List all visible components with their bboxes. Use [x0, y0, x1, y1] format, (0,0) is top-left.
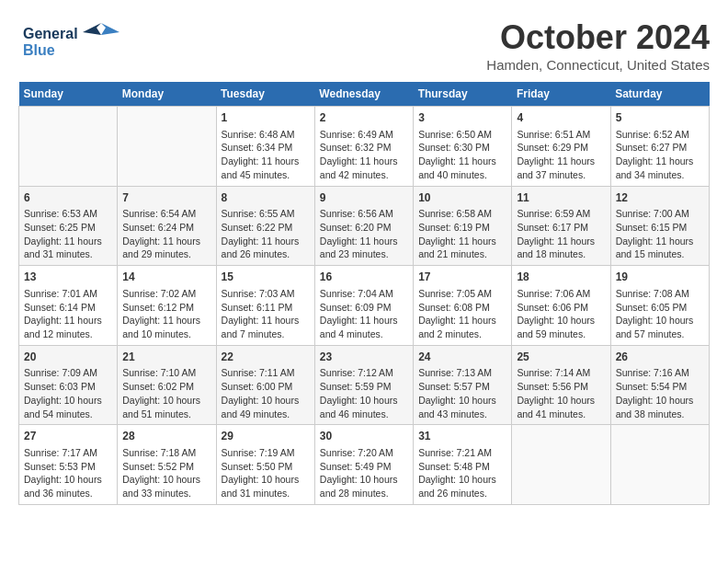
- day-number: 18: [517, 270, 605, 285]
- calendar-day-header: Thursday: [414, 82, 512, 107]
- day-info: Sunrise: 7:09 AMSunset: 6:03 PMDaylight:…: [24, 366, 112, 420]
- calendar-day-cell: [610, 425, 709, 505]
- day-number: 11: [517, 190, 605, 206]
- day-info: Sunrise: 6:48 AMSunset: 6:34 PMDaylight:…: [222, 128, 310, 182]
- day-number: 25: [517, 350, 605, 365]
- day-info: Sunrise: 7:00 AMSunset: 6:15 PMDaylight:…: [616, 207, 704, 261]
- day-number: 1: [222, 110, 310, 126]
- calendar-day-header: Sunday: [19, 82, 118, 107]
- calendar-day-cell: 6Sunrise: 6:53 AMSunset: 6:25 PMDaylight…: [19, 186, 118, 266]
- calendar-day-cell: 31Sunrise: 7:21 AMSunset: 5:48 PMDayligh…: [414, 425, 512, 505]
- calendar-day-header: Saturday: [610, 82, 709, 107]
- logo: General Blue: [18, 18, 119, 64]
- calendar-day-cell: [19, 107, 118, 187]
- svg-marker-2: [101, 23, 119, 35]
- day-number: 6: [24, 190, 112, 206]
- calendar-table: SundayMondayTuesdayWednesdayThursdayFrid…: [18, 82, 710, 505]
- svg-text:Blue: Blue: [23, 42, 55, 58]
- calendar-day-cell: 2Sunrise: 6:49 AMSunset: 6:32 PMDaylight…: [314, 107, 413, 187]
- day-info: Sunrise: 7:01 AMSunset: 6:14 PMDaylight:…: [24, 287, 112, 341]
- calendar-day-cell: 25Sunrise: 7:14 AMSunset: 5:56 PMDayligh…: [512, 345, 610, 425]
- day-number: 17: [418, 270, 506, 285]
- day-number: 20: [24, 350, 112, 365]
- day-number: 5: [616, 110, 704, 126]
- calendar-day-cell: 3Sunrise: 6:50 AMSunset: 6:30 PMDaylight…: [414, 107, 512, 187]
- page-header: General Blue October 2024 Hamden, Connec…: [18, 18, 710, 73]
- calendar-day-cell: 20Sunrise: 7:09 AMSunset: 6:03 PMDayligh…: [19, 345, 118, 425]
- day-info: Sunrise: 7:13 AMSunset: 5:57 PMDaylight:…: [418, 366, 506, 420]
- day-number: 16: [320, 270, 408, 285]
- calendar-day-header: Tuesday: [216, 82, 314, 107]
- day-number: 19: [616, 270, 704, 285]
- svg-marker-3: [83, 23, 101, 35]
- calendar-day-cell: 21Sunrise: 7:10 AMSunset: 6:02 PMDayligh…: [118, 345, 216, 425]
- day-number: 27: [24, 429, 112, 444]
- day-info: Sunrise: 7:03 AMSunset: 6:11 PMDaylight:…: [222, 287, 310, 341]
- day-info: Sunrise: 6:56 AMSunset: 6:20 PMDaylight:…: [320, 207, 408, 261]
- calendar-header-row: SundayMondayTuesdayWednesdayThursdayFrid…: [19, 82, 710, 107]
- calendar-week-row: 6Sunrise: 6:53 AMSunset: 6:25 PMDaylight…: [19, 186, 710, 266]
- day-info: Sunrise: 6:55 AMSunset: 6:22 PMDaylight:…: [222, 207, 310, 261]
- day-info: Sunrise: 7:20 AMSunset: 5:49 PMDaylight:…: [320, 446, 408, 500]
- calendar-day-cell: 8Sunrise: 6:55 AMSunset: 6:22 PMDaylight…: [216, 186, 314, 266]
- calendar-day-cell: 18Sunrise: 7:06 AMSunset: 6:06 PMDayligh…: [512, 266, 610, 346]
- day-number: 2: [320, 110, 408, 126]
- calendar-day-cell: 15Sunrise: 7:03 AMSunset: 6:11 PMDayligh…: [216, 266, 314, 346]
- day-number: 24: [418, 350, 506, 365]
- day-number: 13: [24, 270, 112, 285]
- day-number: 7: [122, 190, 210, 206]
- calendar-day-cell: 28Sunrise: 7:18 AMSunset: 5:52 PMDayligh…: [118, 425, 216, 505]
- day-info: Sunrise: 7:14 AMSunset: 5:56 PMDaylight:…: [517, 366, 605, 420]
- calendar-day-header: Monday: [118, 82, 216, 107]
- day-number: 3: [418, 110, 506, 126]
- calendar-day-cell: 16Sunrise: 7:04 AMSunset: 6:09 PMDayligh…: [314, 266, 413, 346]
- day-number: 10: [418, 190, 506, 206]
- calendar-day-cell: 22Sunrise: 7:11 AMSunset: 6:00 PMDayligh…: [216, 345, 314, 425]
- day-number: 4: [517, 110, 605, 126]
- day-info: Sunrise: 7:12 AMSunset: 5:59 PMDaylight:…: [320, 366, 408, 420]
- calendar-day-cell: 1Sunrise: 6:48 AMSunset: 6:34 PMDaylight…: [216, 107, 314, 187]
- month-title: October 2024: [486, 18, 710, 57]
- day-info: Sunrise: 6:50 AMSunset: 6:30 PMDaylight:…: [418, 128, 506, 182]
- day-info: Sunrise: 7:04 AMSunset: 6:09 PMDaylight:…: [320, 287, 408, 341]
- calendar-day-cell: 4Sunrise: 6:51 AMSunset: 6:29 PMDaylight…: [512, 107, 610, 187]
- calendar-day-cell: 30Sunrise: 7:20 AMSunset: 5:49 PMDayligh…: [314, 425, 413, 505]
- calendar-day-cell: 29Sunrise: 7:19 AMSunset: 5:50 PMDayligh…: [216, 425, 314, 505]
- day-number: 14: [122, 270, 210, 285]
- day-info: Sunrise: 7:06 AMSunset: 6:06 PMDaylight:…: [517, 287, 605, 341]
- calendar-day-cell: 26Sunrise: 7:16 AMSunset: 5:54 PMDayligh…: [610, 345, 709, 425]
- day-info: Sunrise: 7:17 AMSunset: 5:53 PMDaylight:…: [24, 446, 112, 500]
- calendar-day-cell: 27Sunrise: 7:17 AMSunset: 5:53 PMDayligh…: [19, 425, 118, 505]
- day-number: 21: [122, 350, 210, 365]
- calendar-day-header: Wednesday: [314, 82, 413, 107]
- svg-text:General: General: [23, 26, 78, 41]
- day-number: 28: [122, 429, 210, 444]
- day-info: Sunrise: 7:08 AMSunset: 6:05 PMDaylight:…: [616, 287, 704, 341]
- day-info: Sunrise: 6:49 AMSunset: 6:32 PMDaylight:…: [320, 128, 408, 182]
- calendar-day-cell: [512, 425, 610, 505]
- location: Hamden, Connecticut, United States: [486, 57, 710, 73]
- day-info: Sunrise: 6:59 AMSunset: 6:17 PMDaylight:…: [517, 207, 605, 261]
- day-info: Sunrise: 7:18 AMSunset: 5:52 PMDaylight:…: [122, 446, 210, 500]
- calendar-week-row: 27Sunrise: 7:17 AMSunset: 5:53 PMDayligh…: [19, 425, 710, 505]
- calendar-day-header: Friday: [512, 82, 610, 107]
- day-number: 29: [222, 429, 310, 444]
- day-info: Sunrise: 7:11 AMSunset: 6:00 PMDaylight:…: [222, 366, 310, 420]
- day-number: 30: [320, 429, 408, 444]
- day-number: 26: [616, 350, 704, 365]
- calendar-day-cell: 7Sunrise: 6:54 AMSunset: 6:24 PMDaylight…: [118, 186, 216, 266]
- calendar-day-cell: 17Sunrise: 7:05 AMSunset: 6:08 PMDayligh…: [414, 266, 512, 346]
- day-info: Sunrise: 7:10 AMSunset: 6:02 PMDaylight:…: [122, 366, 210, 420]
- day-info: Sunrise: 6:51 AMSunset: 6:29 PMDaylight:…: [517, 128, 605, 182]
- day-number: 15: [222, 270, 310, 285]
- day-info: Sunrise: 6:54 AMSunset: 6:24 PMDaylight:…: [122, 207, 210, 261]
- calendar-day-cell: 24Sunrise: 7:13 AMSunset: 5:57 PMDayligh…: [414, 345, 512, 425]
- day-info: Sunrise: 6:52 AMSunset: 6:27 PMDaylight:…: [616, 128, 704, 182]
- day-info: Sunrise: 7:05 AMSunset: 6:08 PMDaylight:…: [418, 287, 506, 341]
- day-number: 23: [320, 350, 408, 365]
- day-number: 31: [418, 429, 506, 444]
- title-block: October 2024 Hamden, Connecticut, United…: [486, 18, 710, 73]
- calendar-day-cell: 11Sunrise: 6:59 AMSunset: 6:17 PMDayligh…: [512, 186, 610, 266]
- logo-image: General Blue: [18, 18, 119, 64]
- calendar-day-cell: 12Sunrise: 7:00 AMSunset: 6:15 PMDayligh…: [610, 186, 709, 266]
